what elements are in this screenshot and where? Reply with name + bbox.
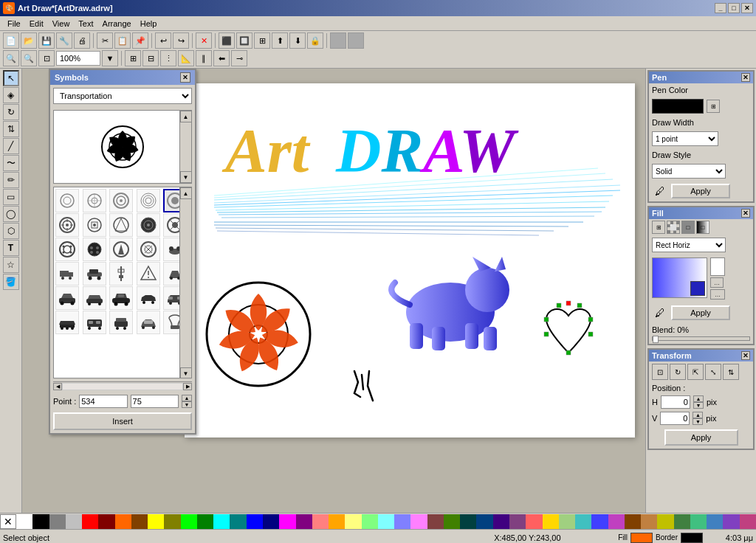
- grid-scrollbar[interactable]: ▲ ▼: [179, 187, 191, 378]
- transform-apply-button[interactable]: Apply: [664, 429, 738, 446]
- color-swatch[interactable]: [707, 514, 723, 529]
- symbol-cell-22[interactable]: [109, 286, 133, 310]
- fill-checker-icon[interactable]: ⬜: [667, 221, 680, 234]
- fill-type-select[interactable]: Rect Horiz: [652, 238, 726, 252]
- color-swatch[interactable]: [213, 514, 230, 529]
- fill-white-swatch[interactable]: [710, 257, 725, 276]
- transform-rotate-btn[interactable]: ↻: [670, 364, 686, 380]
- grid-toggle[interactable]: ⊞: [125, 50, 141, 66]
- line-tool[interactable]: ╱: [3, 138, 19, 154]
- rotate-tool[interactable]: ↻: [3, 104, 19, 120]
- color-swatch[interactable]: [690, 514, 707, 529]
- color-swatch[interactable]: [49, 514, 66, 529]
- symbol-cell-8[interactable]: [137, 213, 160, 237]
- symbol-cell-23[interactable]: [137, 286, 160, 310]
- color-swatch[interactable]: [657, 514, 673, 529]
- print-button[interactable]: 🖨: [74, 32, 90, 49]
- symbols-category-dropdown[interactable]: Transportation: [53, 88, 192, 104]
- color-swatch[interactable]: [608, 514, 625, 529]
- symbol-tool[interactable]: ☆: [3, 257, 19, 273]
- color-swatch[interactable]: [312, 514, 329, 529]
- color-swatch[interactable]: [509, 514, 526, 529]
- color-swatch[interactable]: [460, 514, 476, 529]
- save-button[interactable]: 💾: [38, 32, 55, 49]
- fill-solid-icon[interactable]: □: [681, 221, 695, 234]
- symbol-cell-16[interactable]: [83, 262, 106, 286]
- back-button[interactable]: ⬇: [289, 32, 306, 49]
- color-swatch[interactable]: [476, 514, 492, 529]
- symbol-cell-17[interactable]: [109, 262, 133, 286]
- point-spinner[interactable]: ▲ ▼: [182, 395, 192, 408]
- color-swatch[interactable]: [131, 514, 148, 529]
- fill-tool[interactable]: 🪣: [3, 274, 19, 290]
- copy-button[interactable]: 📋: [114, 32, 131, 49]
- color-swatch[interactable]: [362, 514, 378, 529]
- color-swatch[interactable]: [444, 514, 460, 529]
- lock-button[interactable]: 🔒: [307, 32, 323, 49]
- color-swatch[interactable]: [575, 514, 591, 529]
- open-button[interactable]: 📂: [21, 32, 37, 49]
- color-swatch[interactable]: [591, 514, 608, 529]
- blend-thumb[interactable]: [653, 336, 659, 343]
- zoom-out-button[interactable]: 🔍: [21, 50, 37, 66]
- v-spin-up[interactable]: ▲: [693, 412, 703, 418]
- symbol-cell-13[interactable]: [137, 238, 160, 261]
- rect-tool[interactable]: ▭: [3, 189, 19, 205]
- fill-apply-button[interactable]: Apply: [671, 305, 730, 320]
- v-spin-down[interactable]: ▼: [693, 418, 703, 425]
- symbol-cell-27[interactable]: [109, 311, 133, 334]
- canvas-container[interactable]: Symbols ✕ Transportation: [22, 69, 645, 513]
- color-swatch[interactable]: [16, 514, 32, 529]
- node-tool[interactable]: ◈: [3, 87, 19, 103]
- menu-text[interactable]: Text: [74, 18, 97, 30]
- symbol-cell-21[interactable]: [83, 286, 106, 310]
- color-swatch[interactable]: [66, 514, 82, 529]
- zoom-level[interactable]: 100%: [56, 51, 100, 66]
- symbol-cell-28[interactable]: [137, 311, 160, 334]
- menu-help[interactable]: Help: [136, 18, 162, 30]
- fill-grad-icon[interactable]: □: [696, 221, 709, 234]
- symbol-cell-26[interactable]: [83, 311, 106, 334]
- properties-button[interactable]: 🔧: [56, 32, 72, 49]
- color-swatch[interactable]: [543, 514, 559, 529]
- zoom-dropdown[interactable]: ▼: [102, 50, 118, 66]
- color-swatch[interactable]: [345, 514, 361, 529]
- color-swatch[interactable]: [410, 514, 427, 529]
- h-spinner[interactable]: ▲ ▼: [693, 395, 704, 409]
- align-center[interactable]: ⊸: [231, 50, 247, 66]
- color-swatch[interactable]: [279, 514, 295, 529]
- mirror-tool[interactable]: ⇅: [3, 121, 19, 137]
- color-swatch[interactable]: [394, 514, 410, 529]
- snap-grid[interactable]: ⋮: [160, 50, 176, 66]
- color-swatch[interactable]: [526, 514, 542, 529]
- bezier-tool[interactable]: 〜: [3, 155, 19, 171]
- ellipse-tool[interactable]: ◯: [3, 206, 19, 222]
- drawing-canvas[interactable]: Art DRAW: [185, 83, 635, 437]
- pen-color-box[interactable]: [652, 99, 704, 114]
- snap-toggle[interactable]: ⊟: [142, 50, 159, 66]
- redo-button[interactable]: ↪: [173, 32, 189, 49]
- color-swatch[interactable]: [148, 514, 164, 529]
- pen-dropper-icon[interactable]: 🖊: [652, 183, 668, 199]
- spin-down[interactable]: ▼: [182, 401, 192, 408]
- symbol-cell-20[interactable]: [55, 286, 79, 310]
- align-left[interactable]: ⬅: [213, 50, 230, 66]
- ungroup-button[interactable]: ⊞: [254, 32, 270, 49]
- gray-btn-2[interactable]: [348, 32, 364, 49]
- color-swatch[interactable]: [625, 514, 641, 529]
- color-swatch[interactable]: [674, 514, 690, 529]
- grid-scroll-down[interactable]: ▼: [180, 367, 192, 378]
- point-input[interactable]: [79, 395, 127, 408]
- h-spin-up[interactable]: ▲: [693, 395, 704, 402]
- v-spinner[interactable]: ▲ ▼: [693, 412, 703, 425]
- front-button[interactable]: ⬆: [272, 32, 288, 49]
- fill-close-button[interactable]: ✕: [741, 209, 750, 218]
- symbol-cell-5[interactable]: [55, 213, 79, 237]
- symbols-grid[interactable]: ▲ ▼: [53, 187, 192, 378]
- draw-style-select[interactable]: Solid: [652, 164, 726, 179]
- color-swatch[interactable]: [247, 514, 263, 529]
- close-button[interactable]: ✕: [741, 3, 753, 13]
- color-swatch[interactable]: [230, 514, 246, 529]
- symbol-cell-2[interactable]: [109, 189, 133, 212]
- delete-button[interactable]: ✕: [196, 32, 212, 49]
